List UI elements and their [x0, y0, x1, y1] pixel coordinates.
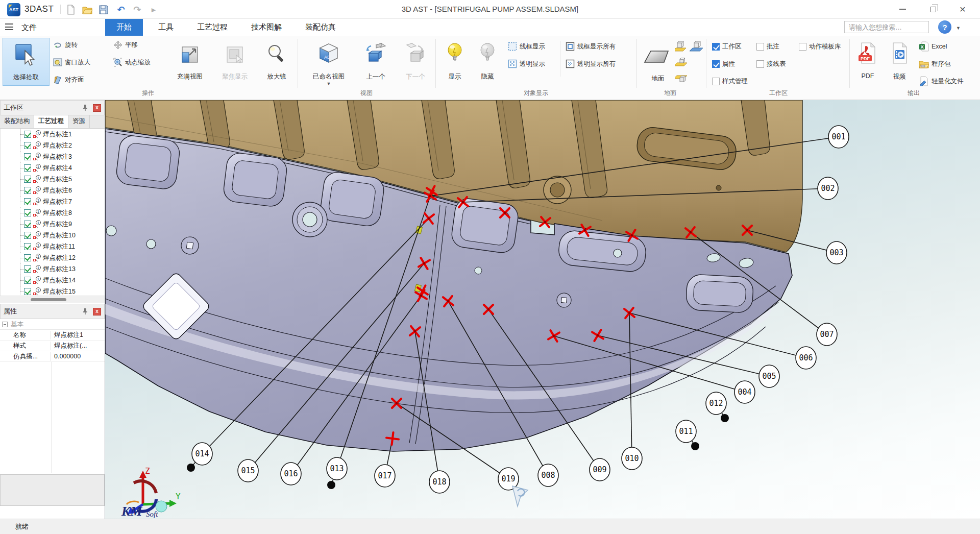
rotate-button[interactable]: 旋转: [53, 39, 78, 51]
properties-section-basic[interactable]: 基本: [0, 319, 105, 330]
tree-item-weld-annotation[interactable]: 1焊点标注7: [1, 196, 105, 207]
balloon-013[interactable]: 013: [327, 457, 347, 480]
magnifier-button[interactable]: 放大镜: [258, 39, 295, 81]
tree-item-checkbox[interactable]: [24, 232, 31, 239]
property-row-name[interactable]: 名称 焊点标注1: [0, 330, 105, 341]
tree-item-checkbox[interactable]: [24, 142, 31, 149]
balloon-007[interactable]: 007: [817, 323, 837, 346]
named-view-dropdown-icon[interactable]: ▼: [327, 81, 331, 86]
restore-button[interactable]: [923, 2, 943, 16]
balloon-003[interactable]: 003: [826, 241, 847, 264]
tree-item-weld-annotation[interactable]: 1焊点标注9: [1, 219, 105, 230]
pin-icon[interactable]: [82, 308, 89, 315]
wireframe-display-all-button[interactable]: 线框显示所有: [566, 41, 616, 52]
tree-horizontal-scrollbar[interactable]: [0, 296, 105, 303]
wireframe-display-button[interactable]: 线框显示: [508, 41, 545, 52]
checkbox-annotation[interactable]: 批注: [756, 41, 779, 52]
balloon-014[interactable]: 014: [192, 443, 212, 465]
tree-item-weld-annotation[interactable]: 1焊点标注5: [1, 174, 105, 185]
property-row-simulation[interactable]: 仿真播... 0.000000: [0, 351, 105, 362]
tab-tools[interactable]: 工具: [149, 19, 183, 36]
help-dropdown-icon[interactable]: ▼: [956, 26, 961, 31]
tree-item-checkbox[interactable]: [24, 209, 31, 216]
tab-assembly-simulation[interactable]: 装配仿真: [296, 19, 345, 36]
property-value[interactable]: 0.000000: [51, 353, 105, 360]
tree-item-checkbox[interactable]: [24, 131, 31, 138]
checkbox-action-template-library[interactable]: 动作模板库: [799, 41, 841, 52]
balloon-017[interactable]: 017: [375, 465, 395, 487]
balloon-002[interactable]: 002: [818, 177, 838, 200]
balloon-018[interactable]: 018: [429, 471, 450, 493]
menu-file[interactable]: 文件: [17, 22, 41, 34]
tree-item-weld-annotation[interactable]: 1焊点标注1: [1, 129, 105, 140]
tab-process[interactable]: 工艺过程: [34, 114, 68, 128]
tree-item-weld-annotation[interactable]: 1焊点标注2: [1, 140, 105, 151]
pdf-export-button[interactable]: PDF PDF: [853, 39, 882, 80]
checkbox-properties[interactable]: 属性: [712, 58, 735, 69]
tab-home[interactable]: 开始: [105, 19, 143, 36]
help-button[interactable]: ?: [938, 20, 951, 34]
checkbox-wiring-table[interactable]: 接线表: [756, 58, 786, 69]
balloon-016[interactable]: 016: [281, 463, 301, 485]
fit-view-button[interactable]: 充满视图: [168, 39, 211, 81]
property-value[interactable]: 焊点标注1: [51, 331, 105, 339]
balloon-011[interactable]: 011: [676, 420, 696, 443]
ground-options-icons[interactable]: [675, 40, 704, 86]
balloon-001[interactable]: 001: [828, 126, 849, 148]
property-row-style[interactable]: 样式 焊点标注(...: [0, 341, 105, 351]
tree-item-weld-annotation[interactable]: 1焊点标注10: [1, 230, 105, 241]
tree-item-weld-annotation[interactable]: 1焊点标注8: [1, 207, 105, 219]
hamburger-menu-icon[interactable]: [5, 23, 13, 30]
balloon-010[interactable]: 010: [622, 447, 642, 470]
tree-item-checkbox[interactable]: [24, 243, 31, 250]
balloon-012[interactable]: 012: [706, 392, 726, 415]
tab-tech-illustration[interactable]: 技术图解: [242, 19, 291, 36]
checkbox-workspace[interactable]: 工作区: [712, 41, 742, 52]
tree-item-weld-annotation[interactable]: 1焊点标注14: [1, 275, 105, 286]
tree-item-weld-annotation[interactable]: 1焊点标注15: [1, 286, 105, 296]
tree-item-weld-annotation[interactable]: 1焊点标注6: [1, 185, 105, 196]
balloon-009[interactable]: 009: [590, 458, 610, 481]
3d-viewport[interactable]: 0010020030070060050040120110100090080190…: [105, 100, 980, 519]
search-input[interactable]: [845, 23, 941, 31]
tree-item-checkbox[interactable]: [24, 265, 31, 273]
scrollbar-thumb[interactable]: [31, 298, 66, 301]
named-view-button[interactable]: AB 已命名视图 ▼: [304, 39, 353, 86]
tab-process[interactable]: 工艺过程: [188, 19, 237, 36]
properties-panel-close-button[interactable]: x: [93, 308, 101, 315]
tree-item-checkbox[interactable]: [24, 187, 31, 194]
lightweight-file-button[interactable]: 轻量化文件: [919, 76, 964, 87]
minimize-button[interactable]: [892, 2, 913, 16]
tree-item-weld-annotation[interactable]: 1焊点标注4: [1, 162, 105, 174]
excel-export-button[interactable]: X Excel: [919, 41, 947, 52]
tree-item-checkbox[interactable]: [24, 176, 31, 183]
balloon-006[interactable]: 006: [796, 347, 816, 369]
balloon-008[interactable]: 008: [538, 464, 558, 487]
window-zoom-button[interactable]: 窗口放大: [53, 57, 90, 68]
select-pick-button[interactable]: 选择拾取: [3, 38, 50, 86]
transparent-display-all-button[interactable]: 透明显示所有: [566, 58, 616, 69]
tree-item-checkbox[interactable]: [24, 288, 31, 295]
tree-item-checkbox[interactable]: [24, 254, 31, 261]
property-value[interactable]: 焊点标注(...: [51, 342, 105, 350]
tree-item-checkbox[interactable]: [24, 277, 31, 284]
tree-item-checkbox[interactable]: [24, 164, 31, 172]
tree-item-checkbox[interactable]: [24, 153, 31, 160]
balloon-004[interactable]: 004: [734, 381, 755, 403]
show-button[interactable]: 显示: [439, 39, 471, 81]
tree-item-checkbox[interactable]: [24, 198, 31, 205]
pin-icon[interactable]: [82, 104, 89, 111]
tree-item-weld-annotation[interactable]: 1焊点标注11: [1, 241, 105, 252]
balloon-015[interactable]: 015: [238, 459, 258, 482]
previous-view-button[interactable]: 上一个: [357, 39, 394, 81]
tree-item-weld-annotation[interactable]: 1焊点标注12: [1, 252, 105, 263]
hide-button[interactable]: 隐藏: [472, 39, 503, 81]
align-face-button[interactable]: 对齐面: [53, 74, 84, 85]
transparent-display-button[interactable]: 透明显示: [508, 58, 545, 69]
pan-button[interactable]: 平移: [113, 39, 138, 51]
package-export-button[interactable]: EXE 程序包: [919, 58, 951, 69]
video-export-button[interactable]: 视频: [885, 39, 914, 81]
tree-item-weld-annotation[interactable]: 1焊点标注3: [1, 151, 105, 162]
ground-button[interactable]: 地面: [641, 41, 675, 83]
collapse-icon[interactable]: [2, 322, 8, 327]
